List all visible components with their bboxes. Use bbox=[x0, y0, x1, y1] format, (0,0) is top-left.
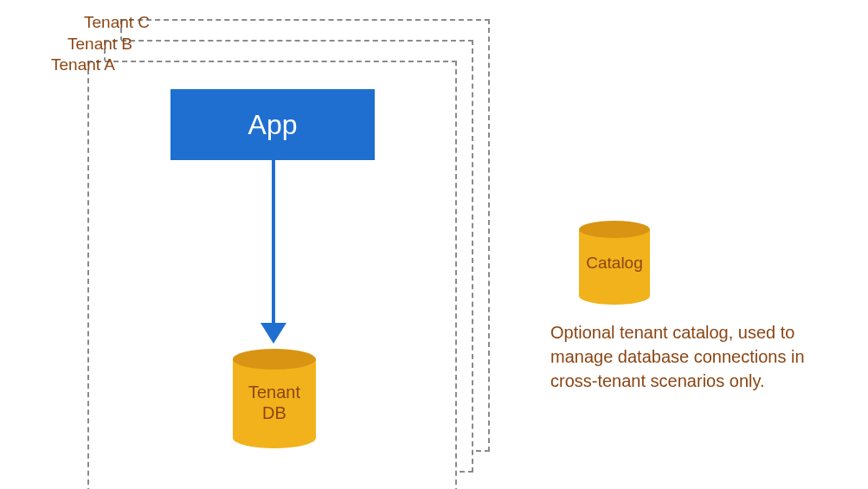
diagram-container: Tenant C Tenant B Tenant A App Tenant DB… bbox=[0, 0, 868, 489]
arrow-line bbox=[272, 160, 275, 329]
tenant-db-label: Tenant DB bbox=[233, 382, 316, 423]
app-box: App bbox=[170, 89, 375, 160]
tenant-b-label: Tenant B bbox=[68, 35, 132, 54]
app-label: App bbox=[248, 109, 298, 141]
tenant-a-label: Tenant A bbox=[51, 55, 115, 74]
catalog-db-label: Catalog bbox=[579, 254, 650, 273]
catalog-db-icon: Catalog bbox=[579, 221, 650, 305]
tenant-c-label: Tenant C bbox=[84, 13, 150, 32]
arrow-head-icon bbox=[260, 323, 286, 344]
catalog-description: Optional tenant catalog, used to manage … bbox=[550, 320, 819, 393]
tenant-db-icon: Tenant DB bbox=[233, 349, 316, 448]
